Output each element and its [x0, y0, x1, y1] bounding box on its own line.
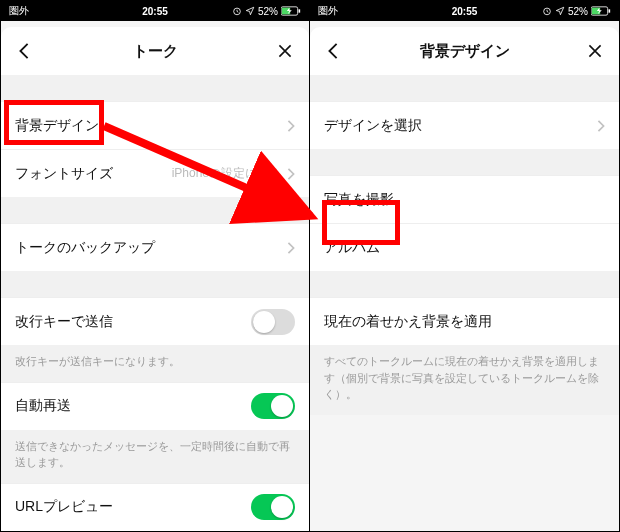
- row-desc: すべてのトークルームに現在の着せかえ背景を適用します（個別で背景に写真を設定して…: [310, 345, 619, 415]
- chevron-left-icon: [326, 42, 340, 60]
- toggle-auto-resend[interactable]: [251, 393, 295, 419]
- row-label: デザインを選択: [324, 117, 422, 135]
- close-icon: [277, 43, 293, 59]
- row-font-size[interactable]: フォントサイズ iPhoneの設定に従う: [1, 149, 309, 197]
- chevron-right-icon: [287, 168, 295, 180]
- close-button[interactable]: [581, 37, 609, 65]
- row-apply-theme[interactable]: 現在の着せかえ背景を適用: [310, 297, 619, 345]
- status-time: 20:55: [452, 6, 478, 17]
- chevron-left-icon: [17, 42, 31, 60]
- row-label: 写真を撮影: [324, 191, 394, 209]
- battery-icon: [591, 6, 611, 16]
- chevron-right-icon: [287, 242, 295, 254]
- row-album[interactable]: アルバム: [310, 223, 619, 271]
- location-icon: [555, 6, 565, 16]
- alarm-icon: [542, 6, 552, 16]
- row-background-design[interactable]: 背景デザイン: [1, 101, 309, 149]
- chevron-right-icon: [287, 120, 295, 132]
- row-label: 現在の着せかえ背景を適用: [324, 313, 492, 331]
- phone-right: 圏外 20:55 52% 背景デザイン デザインを選択 写: [310, 1, 619, 531]
- row-enter-send[interactable]: 改行キーで送信: [1, 297, 309, 345]
- row-desc: 送信できなかったメッセージを、一定時間後に自動で再送します。: [1, 430, 309, 483]
- status-right: 52%: [542, 6, 611, 17]
- row-url-preview[interactable]: URLプレビュー: [1, 483, 309, 531]
- header: 背景デザイン: [310, 27, 619, 75]
- close-icon: [587, 43, 603, 59]
- row-label: フォントサイズ: [15, 165, 113, 183]
- back-button[interactable]: [11, 36, 37, 66]
- status-battery-text: 52%: [258, 6, 278, 17]
- row-backup[interactable]: トークのバックアップ: [1, 223, 309, 271]
- status-carrier: 圏外: [9, 4, 29, 18]
- battery-icon: [281, 6, 301, 16]
- row-auto-resend[interactable]: 自動再送: [1, 382, 309, 430]
- status-right: 52%: [232, 6, 301, 17]
- row-label: URLプレビュー: [15, 498, 113, 516]
- row-label: 背景デザイン: [15, 117, 99, 135]
- row-label: 自動再送: [15, 397, 71, 415]
- location-icon: [245, 6, 255, 16]
- status-bar: 圏外 20:55 52%: [310, 1, 619, 21]
- back-button[interactable]: [320, 36, 346, 66]
- row-value: iPhoneの設定に従う: [172, 165, 281, 182]
- alarm-icon: [232, 6, 242, 16]
- status-carrier: 圏外: [318, 4, 338, 18]
- row-label: 改行キーで送信: [15, 313, 113, 331]
- svg-rect-3: [299, 9, 301, 12]
- svg-rect-7: [609, 9, 611, 12]
- row-desc: 改行キーが送信キーになります。: [1, 345, 309, 382]
- row-desc: トークルームでURLのサムネイルと内容をプレビューできます。: [1, 531, 309, 532]
- page-title: 背景デザイン: [420, 42, 510, 61]
- chevron-right-icon: [597, 120, 605, 132]
- row-take-photo[interactable]: 写真を撮影: [310, 175, 619, 223]
- toggle-enter-send[interactable]: [251, 309, 295, 335]
- status-bar: 圏外 20:55 52%: [1, 1, 309, 21]
- toggle-url-preview[interactable]: [251, 494, 295, 520]
- close-button[interactable]: [271, 37, 299, 65]
- row-label: アルバム: [324, 239, 380, 257]
- status-battery-text: 52%: [568, 6, 588, 17]
- phone-left: 圏外 20:55 52% トーク 背景デザイン フォントサイズ: [1, 1, 310, 531]
- row-choose-design[interactable]: デザインを選択: [310, 101, 619, 149]
- status-time: 20:55: [142, 6, 168, 17]
- row-label: トークのバックアップ: [15, 239, 155, 257]
- page-title: トーク: [133, 42, 178, 61]
- header: トーク: [1, 27, 309, 75]
